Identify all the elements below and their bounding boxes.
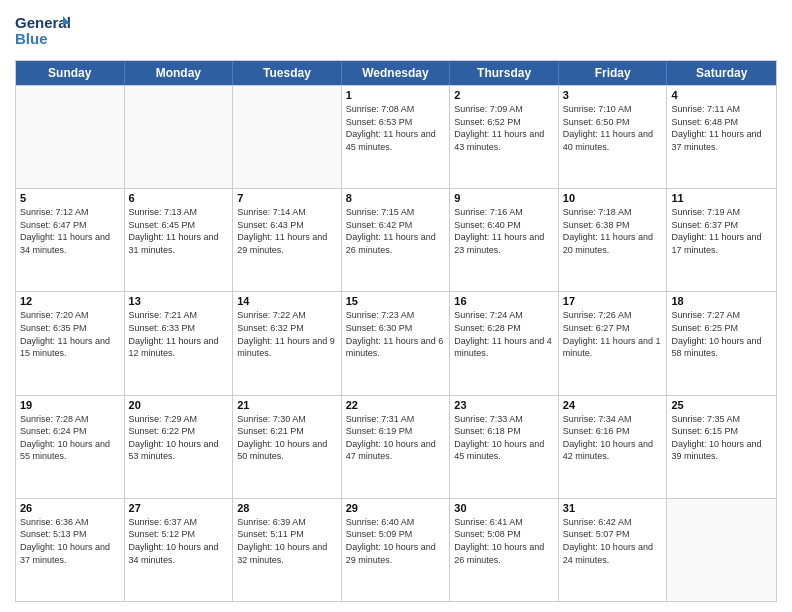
cell-info: Sunrise: 6:41 AM Sunset: 5:08 PM Dayligh…	[454, 516, 554, 566]
cell-info: Sunrise: 7:28 AM Sunset: 6:24 PM Dayligh…	[20, 413, 120, 463]
day-cell-22: 22Sunrise: 7:31 AM Sunset: 6:19 PM Dayli…	[342, 396, 451, 498]
day-number: 24	[563, 399, 663, 411]
day-number: 6	[129, 192, 229, 204]
cell-info: Sunrise: 7:29 AM Sunset: 6:22 PM Dayligh…	[129, 413, 229, 463]
day-cell-13: 13Sunrise: 7:21 AM Sunset: 6:33 PM Dayli…	[125, 292, 234, 394]
week-row-4: 19Sunrise: 7:28 AM Sunset: 6:24 PM Dayli…	[16, 395, 776, 498]
day-number: 16	[454, 295, 554, 307]
day-cell-7: 7Sunrise: 7:14 AM Sunset: 6:43 PM Daylig…	[233, 189, 342, 291]
cell-info: Sunrise: 7:23 AM Sunset: 6:30 PM Dayligh…	[346, 309, 446, 359]
day-number: 13	[129, 295, 229, 307]
cell-info: Sunrise: 7:19 AM Sunset: 6:37 PM Dayligh…	[671, 206, 772, 256]
day-cell-12: 12Sunrise: 7:20 AM Sunset: 6:35 PM Dayli…	[16, 292, 125, 394]
empty-cell	[667, 499, 776, 601]
cell-info: Sunrise: 7:12 AM Sunset: 6:47 PM Dayligh…	[20, 206, 120, 256]
cell-info: Sunrise: 6:42 AM Sunset: 5:07 PM Dayligh…	[563, 516, 663, 566]
day-number: 3	[563, 89, 663, 101]
day-number: 8	[346, 192, 446, 204]
day-cell-19: 19Sunrise: 7:28 AM Sunset: 6:24 PM Dayli…	[16, 396, 125, 498]
day-cell-23: 23Sunrise: 7:33 AM Sunset: 6:18 PM Dayli…	[450, 396, 559, 498]
day-cell-31: 31Sunrise: 6:42 AM Sunset: 5:07 PM Dayli…	[559, 499, 668, 601]
day-number: 30	[454, 502, 554, 514]
day-number: 31	[563, 502, 663, 514]
logo-svg: General Blue	[15, 10, 70, 52]
cell-info: Sunrise: 7:13 AM Sunset: 6:45 PM Dayligh…	[129, 206, 229, 256]
cell-info: Sunrise: 7:08 AM Sunset: 6:53 PM Dayligh…	[346, 103, 446, 153]
day-cell-29: 29Sunrise: 6:40 AM Sunset: 5:09 PM Dayli…	[342, 499, 451, 601]
cell-info: Sunrise: 6:40 AM Sunset: 5:09 PM Dayligh…	[346, 516, 446, 566]
day-cell-15: 15Sunrise: 7:23 AM Sunset: 6:30 PM Dayli…	[342, 292, 451, 394]
day-cell-17: 17Sunrise: 7:26 AM Sunset: 6:27 PM Dayli…	[559, 292, 668, 394]
calendar-header: SundayMondayTuesdayWednesdayThursdayFrid…	[16, 61, 776, 85]
day-cell-25: 25Sunrise: 7:35 AM Sunset: 6:15 PM Dayli…	[667, 396, 776, 498]
day-number: 4	[671, 89, 772, 101]
day-header-sunday: Sunday	[16, 61, 125, 85]
empty-cell	[233, 86, 342, 188]
day-cell-3: 3Sunrise: 7:10 AM Sunset: 6:50 PM Daylig…	[559, 86, 668, 188]
empty-cell	[16, 86, 125, 188]
day-cell-6: 6Sunrise: 7:13 AM Sunset: 6:45 PM Daylig…	[125, 189, 234, 291]
day-cell-16: 16Sunrise: 7:24 AM Sunset: 6:28 PM Dayli…	[450, 292, 559, 394]
day-cell-10: 10Sunrise: 7:18 AM Sunset: 6:38 PM Dayli…	[559, 189, 668, 291]
cell-info: Sunrise: 7:11 AM Sunset: 6:48 PM Dayligh…	[671, 103, 772, 153]
cell-info: Sunrise: 7:22 AM Sunset: 6:32 PM Dayligh…	[237, 309, 337, 359]
empty-cell	[125, 86, 234, 188]
day-number: 12	[20, 295, 120, 307]
cell-info: Sunrise: 6:39 AM Sunset: 5:11 PM Dayligh…	[237, 516, 337, 566]
page: General Blue SundayMondayTuesdayWednesda…	[0, 0, 792, 612]
cell-info: Sunrise: 7:21 AM Sunset: 6:33 PM Dayligh…	[129, 309, 229, 359]
day-number: 11	[671, 192, 772, 204]
day-number: 7	[237, 192, 337, 204]
day-header-saturday: Saturday	[667, 61, 776, 85]
calendar-body: 1Sunrise: 7:08 AM Sunset: 6:53 PM Daylig…	[16, 85, 776, 601]
cell-info: Sunrise: 7:09 AM Sunset: 6:52 PM Dayligh…	[454, 103, 554, 153]
cell-info: Sunrise: 7:26 AM Sunset: 6:27 PM Dayligh…	[563, 309, 663, 359]
cell-info: Sunrise: 7:34 AM Sunset: 6:16 PM Dayligh…	[563, 413, 663, 463]
calendar: SundayMondayTuesdayWednesdayThursdayFrid…	[15, 60, 777, 602]
cell-info: Sunrise: 7:10 AM Sunset: 6:50 PM Dayligh…	[563, 103, 663, 153]
day-cell-20: 20Sunrise: 7:29 AM Sunset: 6:22 PM Dayli…	[125, 396, 234, 498]
cell-info: Sunrise: 7:20 AM Sunset: 6:35 PM Dayligh…	[20, 309, 120, 359]
svg-text:General: General	[15, 14, 70, 31]
day-cell-5: 5Sunrise: 7:12 AM Sunset: 6:47 PM Daylig…	[16, 189, 125, 291]
day-header-friday: Friday	[559, 61, 668, 85]
cell-info: Sunrise: 7:16 AM Sunset: 6:40 PM Dayligh…	[454, 206, 554, 256]
cell-info: Sunrise: 7:33 AM Sunset: 6:18 PM Dayligh…	[454, 413, 554, 463]
day-number: 10	[563, 192, 663, 204]
day-number: 18	[671, 295, 772, 307]
cell-info: Sunrise: 7:31 AM Sunset: 6:19 PM Dayligh…	[346, 413, 446, 463]
day-cell-4: 4Sunrise: 7:11 AM Sunset: 6:48 PM Daylig…	[667, 86, 776, 188]
day-number: 29	[346, 502, 446, 514]
cell-info: Sunrise: 7:18 AM Sunset: 6:38 PM Dayligh…	[563, 206, 663, 256]
day-cell-18: 18Sunrise: 7:27 AM Sunset: 6:25 PM Dayli…	[667, 292, 776, 394]
day-cell-21: 21Sunrise: 7:30 AM Sunset: 6:21 PM Dayli…	[233, 396, 342, 498]
day-number: 15	[346, 295, 446, 307]
day-cell-1: 1Sunrise: 7:08 AM Sunset: 6:53 PM Daylig…	[342, 86, 451, 188]
day-number: 5	[20, 192, 120, 204]
day-number: 28	[237, 502, 337, 514]
day-number: 21	[237, 399, 337, 411]
logo: General Blue	[15, 10, 70, 52]
cell-info: Sunrise: 7:27 AM Sunset: 6:25 PM Dayligh…	[671, 309, 772, 359]
week-row-1: 1Sunrise: 7:08 AM Sunset: 6:53 PM Daylig…	[16, 85, 776, 188]
day-cell-24: 24Sunrise: 7:34 AM Sunset: 6:16 PM Dayli…	[559, 396, 668, 498]
cell-info: Sunrise: 7:24 AM Sunset: 6:28 PM Dayligh…	[454, 309, 554, 359]
day-number: 1	[346, 89, 446, 101]
week-row-2: 5Sunrise: 7:12 AM Sunset: 6:47 PM Daylig…	[16, 188, 776, 291]
cell-info: Sunrise: 7:30 AM Sunset: 6:21 PM Dayligh…	[237, 413, 337, 463]
day-number: 19	[20, 399, 120, 411]
day-cell-2: 2Sunrise: 7:09 AM Sunset: 6:52 PM Daylig…	[450, 86, 559, 188]
cell-info: Sunrise: 7:14 AM Sunset: 6:43 PM Dayligh…	[237, 206, 337, 256]
header: General Blue	[15, 10, 777, 52]
day-cell-8: 8Sunrise: 7:15 AM Sunset: 6:42 PM Daylig…	[342, 189, 451, 291]
week-row-5: 26Sunrise: 6:36 AM Sunset: 5:13 PM Dayli…	[16, 498, 776, 601]
day-number: 23	[454, 399, 554, 411]
day-number: 26	[20, 502, 120, 514]
day-number: 27	[129, 502, 229, 514]
week-row-3: 12Sunrise: 7:20 AM Sunset: 6:35 PM Dayli…	[16, 291, 776, 394]
day-number: 14	[237, 295, 337, 307]
day-header-thursday: Thursday	[450, 61, 559, 85]
day-cell-27: 27Sunrise: 6:37 AM Sunset: 5:12 PM Dayli…	[125, 499, 234, 601]
cell-info: Sunrise: 7:15 AM Sunset: 6:42 PM Dayligh…	[346, 206, 446, 256]
day-cell-28: 28Sunrise: 6:39 AM Sunset: 5:11 PM Dayli…	[233, 499, 342, 601]
